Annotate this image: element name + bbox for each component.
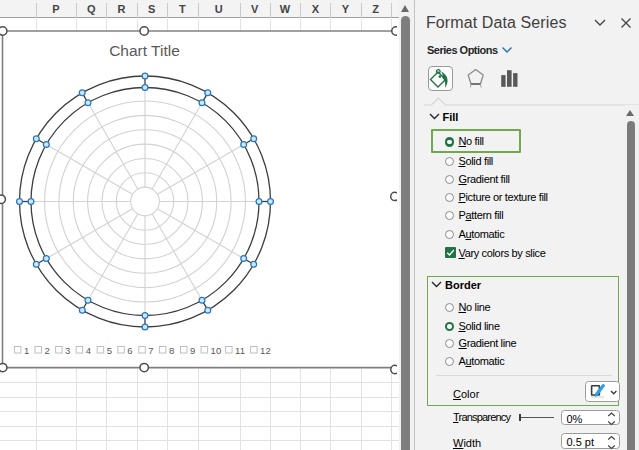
svg-text:1: 1 [24, 345, 29, 356]
svg-text:11: 11 [235, 345, 245, 356]
svg-text:9: 9 [190, 345, 195, 356]
svg-text:7: 7 [148, 345, 153, 356]
svg-text:6: 6 [127, 345, 132, 356]
svg-text:10: 10 [211, 345, 222, 356]
svg-text:8: 8 [169, 345, 174, 356]
svg-text:12: 12 [260, 345, 271, 356]
svg-text:Chart Title: Chart Title [109, 42, 180, 59]
svg-text:2: 2 [45, 345, 50, 356]
svg-text:3: 3 [65, 345, 70, 356]
svg-text:4: 4 [86, 345, 91, 356]
svg-text:5: 5 [107, 345, 112, 356]
